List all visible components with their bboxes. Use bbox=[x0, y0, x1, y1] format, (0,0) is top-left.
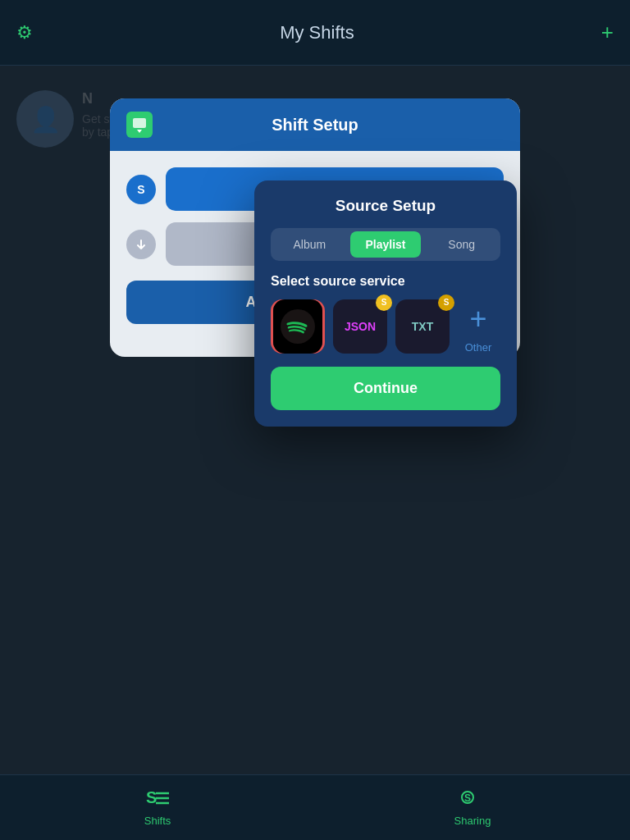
bottom-bar: S Shifts S Sharing bbox=[0, 774, 630, 840]
select-service-label: Select source service bbox=[271, 274, 500, 289]
svg-text:S: S bbox=[137, 183, 144, 196]
source-setup-popup: Source Setup Album Playlist Song Select … bbox=[254, 180, 517, 427]
source-setup-title: Source Setup bbox=[271, 197, 500, 215]
shift-setup-header: Shift Setup bbox=[110, 98, 520, 151]
shifts-tab-icon: S bbox=[146, 788, 169, 811]
other-service-button[interactable]: + Other bbox=[458, 299, 499, 354]
other-label: Other bbox=[465, 341, 492, 354]
source-tabs: Album Playlist Song bbox=[271, 228, 500, 261]
shift-setup-title: Shift Setup bbox=[162, 116, 468, 135]
svg-text:S: S bbox=[464, 792, 471, 804]
spotify-service-button[interactable] bbox=[271, 299, 325, 354]
tab-playlist[interactable]: Playlist bbox=[350, 231, 422, 258]
sharing-tab-icon: S bbox=[461, 788, 484, 811]
json-badge: S bbox=[376, 294, 392, 311]
spotify-icon bbox=[273, 299, 322, 354]
service-icons-row: JSON S TXT S + Other bbox=[271, 299, 500, 354]
tab-song[interactable]: Song bbox=[426, 231, 497, 258]
svg-text:S: S bbox=[146, 788, 157, 806]
add-shift-button[interactable]: + bbox=[601, 20, 614, 45]
top-bar: ⚙ My Shifts + bbox=[0, 0, 630, 66]
shift-setup-icon bbox=[126, 112, 153, 138]
tab-album[interactable]: Album bbox=[274, 231, 345, 258]
bottom-tab-shifts[interactable]: S Shifts bbox=[0, 788, 315, 827]
destination-step-icon bbox=[126, 230, 156, 259]
gear-icon[interactable]: ⚙ bbox=[16, 22, 33, 43]
main-area: 👤 N Get started b by tapping t Shift Set… bbox=[0, 66, 630, 774]
app-title: My Shifts bbox=[49, 22, 585, 43]
source-step-icon: S bbox=[126, 175, 156, 204]
json-service-button[interactable]: JSON S bbox=[333, 299, 387, 354]
sharing-tab-label: Sharing bbox=[454, 815, 491, 827]
svg-rect-0 bbox=[133, 118, 146, 128]
txt-service-button[interactable]: TXT S bbox=[395, 299, 450, 354]
continue-button[interactable]: Continue bbox=[271, 367, 500, 410]
shifts-tab-label: Shifts bbox=[144, 815, 171, 827]
txt-badge: S bbox=[438, 294, 454, 311]
bottom-tab-sharing[interactable]: S Sharing bbox=[315, 788, 630, 827]
other-plus-icon: + bbox=[458, 299, 499, 340]
